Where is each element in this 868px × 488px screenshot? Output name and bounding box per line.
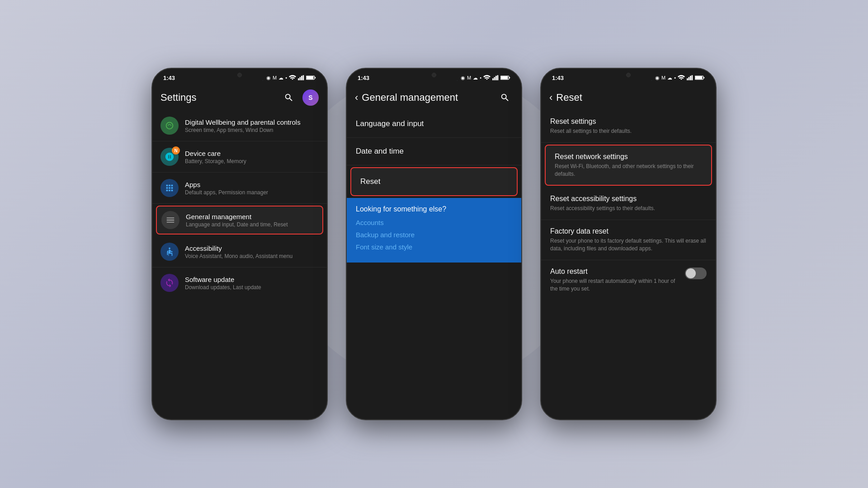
search-button-2[interactable]	[497, 89, 513, 106]
battery-icon-3	[695, 75, 705, 80]
device-care-subtitle: Battery, Storage, Memory	[185, 158, 319, 164]
time-1: 1:43	[163, 75, 175, 81]
svg-rect-17	[689, 77, 690, 80]
menu-item-language[interactable]: Language and input	[347, 110, 521, 138]
vol-up-btn	[151, 159, 152, 182]
back-button-2[interactable]: ‹	[355, 92, 358, 103]
looking-section: Looking for something else? Accounts Bac…	[347, 198, 521, 263]
cloud-icon-2: ☁	[473, 75, 478, 81]
back-button-3[interactable]: ‹	[549, 92, 552, 103]
phone3-wrapper: 1:43 ⏰ ◉ M ☁ •	[540, 68, 717, 420]
avatar-letter: S	[308, 94, 312, 101]
search-icon-1	[284, 93, 294, 103]
device-care-badge: N	[172, 146, 180, 155]
svg-rect-16	[687, 78, 688, 80]
software-update-text: Software update Download updates, Last u…	[185, 276, 319, 291]
settings-item-apps[interactable]: Apps Default apps, Permission manager	[152, 173, 327, 204]
apps-title: Apps	[185, 181, 319, 188]
status-icons-2: ⏰ ◉ M ☁ •	[453, 75, 510, 81]
svg-rect-6	[315, 77, 316, 78]
svg-rect-15	[509, 77, 510, 78]
reset-item-settings[interactable]: Reset settings Reset all settings to the…	[541, 110, 716, 143]
avatar[interactable]: S	[302, 89, 319, 106]
phones-container: 1:43 ⏰ ◉ M ☁ •	[151, 68, 717, 420]
power-btn	[327, 168, 328, 200]
accessibility-subtitle: Voice Assistant, Mono audio, Assistant m…	[185, 253, 319, 259]
accounts-link[interactable]: Accounts	[356, 219, 512, 226]
general-mgmt-text: General management Language and input, D…	[186, 213, 318, 228]
m-icon-3: M	[661, 75, 665, 80]
svg-rect-12	[497, 75, 499, 80]
language-input-label: Language and input	[356, 119, 512, 128]
menu-item-reset[interactable]: Reset	[350, 167, 518, 196]
device-care-text: Device care Battery, Storage, Memory	[185, 150, 319, 164]
svg-point-7	[166, 122, 173, 129]
cloud-icon: ☁	[278, 75, 283, 81]
circle-icon-3: ◉	[655, 75, 660, 81]
general-mgmt-icon	[161, 211, 179, 229]
svg-rect-2	[301, 76, 302, 80]
reset-network-title: Reset network settings	[555, 153, 702, 161]
auto-restart-text: Auto restart Your phone will restart aut…	[550, 267, 678, 293]
svg-point-8	[169, 248, 170, 249]
camera-2	[432, 73, 436, 77]
auto-restart-subtitle: Your phone will restart automatically wi…	[550, 277, 678, 293]
auto-restart-toggle[interactable]	[685, 267, 707, 279]
vol-up-btn-3	[540, 159, 541, 182]
reset-content: Reset settings Reset all settings to the…	[541, 110, 716, 419]
search-icon-2	[500, 93, 510, 103]
wifi-icon	[289, 75, 296, 80]
dot-icon: •	[285, 75, 287, 80]
svg-rect-1	[300, 77, 301, 80]
signal-icon-3	[687, 75, 693, 80]
digital-wellbeing-title: Digital Wellbeing and parental controls	[185, 118, 319, 126]
status-icons-1: ⏰ ◉ M ☁ •	[258, 75, 316, 81]
search-button-1[interactable]	[281, 89, 297, 106]
general-mgmt-title: General management	[186, 213, 318, 221]
settings-item-accessibility[interactable]: Accessibility Voice Assistant, Mono audi…	[152, 236, 327, 267]
svg-rect-5	[307, 76, 314, 79]
settings-item-software-update[interactable]: Software update Download updates, Last u…	[152, 267, 327, 298]
power-btn-3	[716, 168, 717, 200]
looking-title: Looking for something else?	[356, 205, 512, 213]
time-2: 1:43	[358, 75, 369, 81]
settings-title: Settings	[160, 92, 281, 103]
m-icon: M	[273, 75, 277, 80]
app-bar-3: ‹ Reset	[541, 85, 716, 110]
settings-item-device-care[interactable]: N Device care Battery, Storage, Memory	[152, 141, 327, 173]
time-3: 1:43	[552, 75, 564, 81]
app-bar-actions-1: S	[281, 89, 319, 106]
vol-up-btn-2	[346, 159, 347, 182]
vol-down-btn-2	[346, 187, 347, 210]
svg-rect-19	[692, 75, 693, 80]
svg-rect-21	[695, 76, 703, 79]
software-update-title: Software update	[185, 276, 319, 283]
svg-rect-3	[303, 75, 304, 80]
toggle-thumb	[686, 268, 696, 278]
reset-settings-title: Reset settings	[550, 117, 707, 126]
camera-3	[626, 73, 631, 77]
settings-item-digital-wellbeing[interactable]: Digital Wellbeing and parental controls …	[152, 110, 327, 141]
digital-wellbeing-text: Digital Wellbeing and parental controls …	[185, 118, 319, 133]
factory-reset-subtitle: Reset your phone to its factory default …	[550, 237, 707, 253]
menu-item-datetime[interactable]: Date and time	[347, 138, 521, 165]
accessibility-title: Accessibility	[185, 244, 319, 252]
reset-item-accessibility[interactable]: Reset accessibility settings Reset acces…	[541, 188, 716, 220]
digital-wellbeing-subtitle: Screen time, App timers, Wind Down	[185, 127, 319, 133]
reset-settings-subtitle: Reset all settings to their defaults.	[550, 127, 707, 135]
svg-rect-11	[495, 76, 497, 80]
backup-link[interactable]: Backup and restore	[356, 231, 512, 239]
software-update-subtitle: Download updates, Last update	[185, 284, 319, 291]
reset-item-network[interactable]: Reset network settings Reset Wi-Fi, Blue…	[545, 145, 712, 186]
app-bar-1: Settings S	[152, 85, 327, 110]
notch-2	[407, 69, 461, 81]
svg-rect-0	[298, 78, 299, 80]
wifi-icon-3	[678, 75, 685, 80]
power-btn-2	[521, 168, 522, 200]
svg-rect-22	[703, 77, 704, 78]
factory-reset-title: Factory data reset	[550, 227, 707, 235]
status-icons-3: ⏰ ◉ M ☁ •	[647, 75, 705, 81]
font-size-link[interactable]: Font size and style	[356, 243, 512, 251]
settings-item-general-management[interactable]: General management Language and input, D…	[156, 206, 323, 235]
reset-item-factory[interactable]: Factory data reset Reset your phone to i…	[541, 220, 716, 260]
